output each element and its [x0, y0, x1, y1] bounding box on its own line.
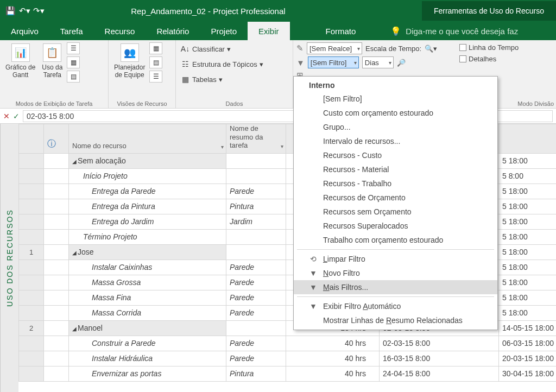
- filter-menu-item[interactable]: Recursos sem Orçamento: [294, 205, 497, 219]
- name-cell[interactable]: ◢Manoel: [69, 320, 226, 336]
- header-info[interactable]: ⓘ: [44, 124, 69, 154]
- task-usage-button[interactable]: 📋 Uso da Tarefa: [40, 42, 65, 99]
- dropdown-icon[interactable]: ▾: [221, 144, 224, 150]
- end-cell[interactable]: 5 18:00: [499, 290, 557, 305]
- tell-me-search[interactable]: 💡 Diga-me o que você deseja faz: [384, 22, 525, 40]
- summary-cell[interactable]: Pintura: [226, 199, 286, 214]
- start-cell[interactable]: 24-04-15 8:00: [380, 366, 499, 381]
- clear-filter-item[interactable]: ⟲Limpar Filtro: [294, 252, 497, 266]
- tab-projeto[interactable]: Projeto: [200, 22, 248, 40]
- collapse-icon[interactable]: ◢: [72, 159, 77, 165]
- table-row[interactable]: Construir a ParedeParede40 hrs02-03-15 8…: [19, 336, 557, 351]
- redo-icon[interactable]: ↷▾: [34, 6, 43, 16]
- timeline-checkbox[interactable]: Linha do Tempo: [459, 43, 551, 52]
- name-cell[interactable]: Massa Corrida: [69, 305, 226, 320]
- name-cell[interactable]: Construir a Parede: [69, 336, 226, 351]
- row-number[interactable]: [19, 214, 44, 229]
- summary-cell[interactable]: Jardim: [226, 214, 286, 229]
- end-cell[interactable]: 5 18:00: [499, 244, 557, 260]
- info-cell[interactable]: [44, 153, 69, 168]
- row-number[interactable]: [19, 184, 44, 199]
- row-number[interactable]: [19, 290, 44, 305]
- filter-menu-item[interactable]: Custo com orçamento estourado: [294, 106, 497, 120]
- filter-combo[interactable]: [Sem Filtro]: [308, 56, 359, 68]
- team-planner-button[interactable]: 👥 Planejador de Equipe: [112, 42, 147, 99]
- summary-cell[interactable]: [226, 320, 286, 336]
- end-cell[interactable]: 5 18:00: [499, 260, 557, 275]
- header-fim[interactable]: ▾: [499, 124, 557, 154]
- end-cell[interactable]: 5 18:00: [499, 229, 557, 244]
- name-cell[interactable]: ◢Jose: [69, 244, 226, 260]
- summary-cell[interactable]: Parede: [226, 351, 286, 366]
- row-number[interactable]: [19, 275, 44, 290]
- end-cell[interactable]: 14-05-15 18:00: [499, 320, 557, 336]
- end-cell[interactable]: 5 18:00: [499, 214, 557, 229]
- filter-menu-item[interactable]: Recursos de Orçamento: [294, 191, 497, 205]
- name-cell[interactable]: Instalar Hidráulica: [69, 351, 226, 366]
- tab-arquivo[interactable]: Arquivo: [0, 22, 49, 40]
- info-cell[interactable]: [44, 229, 69, 244]
- tab-exibir[interactable]: Exibir: [248, 22, 290, 40]
- timescale-combo[interactable]: Dias: [362, 56, 394, 68]
- end-cell[interactable]: 5 18:00: [499, 199, 557, 214]
- filter-menu-item[interactable]: Trabalho com orçamento estourado: [294, 233, 497, 247]
- view-small-3[interactable]: ▤: [67, 71, 80, 83]
- info-cell[interactable]: [44, 336, 69, 351]
- collapse-icon[interactable]: ◢: [72, 326, 77, 332]
- header-nome[interactable]: Nome do recurso▾: [69, 124, 226, 154]
- filter-menu-item[interactable]: [Sem Filtro]: [294, 92, 497, 106]
- filter-menu-item[interactable]: Recursos Superalocados: [294, 219, 497, 233]
- more-filters-item[interactable]: ▼Mais Filtros...: [294, 280, 497, 294]
- name-cell[interactable]: Massa Fina: [69, 290, 226, 305]
- table-row[interactable]: Instalar HidráulicaParede40 hrs16-03-15 …: [19, 351, 557, 366]
- info-cell[interactable]: [44, 305, 69, 320]
- save-icon[interactable]: 💾: [5, 6, 15, 16]
- end-cell[interactable]: 06-03-15 18:00: [499, 336, 557, 351]
- gantt-chart-button[interactable]: 📊 Gráfico de Gantt: [3, 42, 37, 99]
- filter-menu-item[interactable]: Intervalo de recursos...: [294, 134, 497, 148]
- filter-menu-item[interactable]: Recursos - Material: [294, 162, 497, 176]
- summary-cell[interactable]: Parede: [226, 260, 286, 275]
- table-row[interactable]: Envernizar as portasPintura40 hrs24-04-1…: [19, 366, 557, 381]
- name-cell[interactable]: Massa Grossa: [69, 275, 226, 290]
- row-number[interactable]: [19, 366, 44, 381]
- row-number[interactable]: [19, 351, 44, 366]
- tab-recurso[interactable]: Recurso: [94, 22, 146, 40]
- search-icon[interactable]: 🔍▾: [425, 45, 437, 53]
- filter-menu-item[interactable]: Recursos - Custo: [294, 148, 497, 162]
- dropdown-icon[interactable]: ▾: [281, 143, 283, 150]
- info-cell[interactable]: [44, 184, 69, 199]
- summary-cell[interactable]: [226, 168, 286, 184]
- show-summary-item[interactable]: Mostrar Linhas de Resumo Relacionadas: [294, 313, 497, 327]
- resview-small-2[interactable]: ▤: [149, 56, 162, 68]
- summary-cell[interactable]: Pintura: [226, 366, 286, 381]
- outline-button[interactable]: ☷Estrutura de Tópicos ▾: [179, 58, 289, 71]
- cancel-entry-icon[interactable]: ✕: [3, 112, 10, 121]
- name-cell[interactable]: Entrega da Parede: [69, 184, 226, 199]
- tab-formato[interactable]: Formato: [300, 22, 382, 40]
- row-number[interactable]: [19, 153, 44, 168]
- name-cell[interactable]: Início Projeto: [69, 168, 226, 184]
- summary-cell[interactable]: Parede: [226, 305, 286, 320]
- name-cell[interactable]: Entrega do Jardim: [69, 214, 226, 229]
- row-number[interactable]: [19, 229, 44, 244]
- start-cell[interactable]: 02-03-15 8:00: [380, 336, 499, 351]
- row-number[interactable]: 2: [19, 320, 44, 336]
- row-number[interactable]: [19, 305, 44, 320]
- row-number[interactable]: 1: [19, 244, 44, 260]
- name-cell[interactable]: Instalar Caixinhas: [69, 260, 226, 275]
- end-cell[interactable]: 30-04-15 18:00: [499, 366, 557, 381]
- info-cell[interactable]: [44, 244, 69, 260]
- zoom-icon[interactable]: 🔎: [397, 59, 406, 67]
- work-cell[interactable]: 40 hrs: [286, 366, 380, 381]
- details-checkbox[interactable]: Detalhes: [459, 55, 551, 63]
- name-cell[interactable]: ◢Sem alocação: [69, 153, 226, 168]
- summary-cell[interactable]: Parede: [226, 184, 286, 199]
- accept-entry-icon[interactable]: ✓: [13, 112, 20, 121]
- row-number[interactable]: [19, 168, 44, 184]
- tab-relatorio[interactable]: Relatório: [146, 22, 200, 40]
- highlight-combo[interactable]: [Sem Realce]: [307, 42, 362, 54]
- end-cell[interactable]: 5 18:00: [499, 184, 557, 199]
- end-cell[interactable]: 5 8:00: [499, 168, 557, 184]
- name-cell[interactable]: Término Projeto: [69, 229, 226, 244]
